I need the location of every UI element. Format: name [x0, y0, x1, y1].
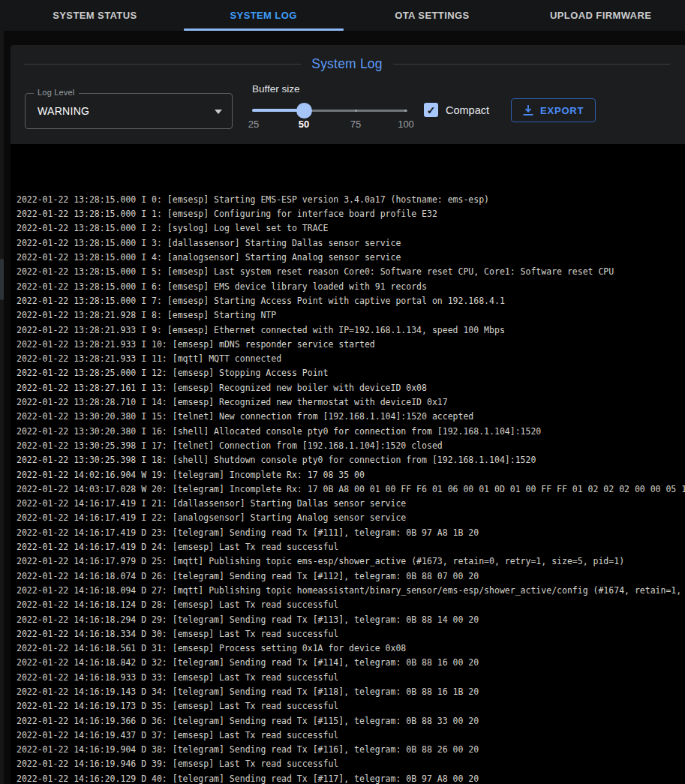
tab-system-status[interactable]: SYSTEM STATUS [11, 0, 179, 31]
log-line: 2022-01-22 13:28:15.000 I 5: [emsesp] La… [17, 265, 685, 279]
log-line: 2022-01-22 14:16:19.366 D 36: [telegram]… [17, 714, 685, 728]
export-label: EXPORT [540, 105, 584, 116]
log-line: 2022-01-22 14:16:18.561 D 31: [emsesp] P… [17, 641, 685, 656]
left-scrollbar-thumb[interactable] [0, 259, 4, 300]
slider-mark-100 [404, 110, 407, 112]
system-log-panel: System Log Log Level WARNING Buffer size… [11, 45, 685, 784]
log-line: 2022-01-22 13:28:28.710 I 14: [emsesp] R… [17, 395, 685, 410]
log-line: 2022-01-22 13:28:27.161 I 13: [emsesp] R… [17, 381, 685, 395]
log-line: 2022-01-22 13:28:21.933 I 11: [mqtt] MQT… [17, 352, 685, 366]
compact-checkbox[interactable]: ✓ [424, 103, 438, 117]
tick-label-25: 25 [248, 119, 259, 130]
left-scrollbar-track[interactable] [0, 31, 4, 784]
tick-label-75: 75 [350, 119, 361, 130]
log-line: 2022-01-22 14:16:18.074 D 26: [telegram]… [17, 569, 685, 584]
chevron-down-icon [215, 110, 222, 114]
tick-label-100: 100 [398, 119, 414, 130]
tab-label: UPLOAD FIRMWARE [550, 10, 651, 21]
log-line: 2022-01-22 13:28:15.000 I 3: [dallassens… [17, 236, 685, 251]
log-level-value: WARNING [38, 105, 89, 117]
log-level-select[interactable]: Log Level WARNING [25, 93, 233, 129]
log-line: 2022-01-22 14:16:20.129 D 40: [telegram]… [17, 772, 685, 784]
log-line: 2022-01-22 14:16:18.842 D 32: [telegram]… [17, 656, 685, 670]
log-line: 2022-01-22 13:28:15.000 I 0: [emsesp] St… [17, 193, 685, 207]
page-title: System Log [311, 56, 382, 72]
log-line: 2022-01-22 14:16:18.094 D 27: [mqtt] Pub… [17, 584, 685, 598]
log-line: 2022-01-22 14:16:19.437 D 37: [emsesp] L… [17, 728, 685, 743]
tab-label: SYSTEM STATUS [53, 10, 137, 21]
log-line: 2022-01-22 13:28:15.000 I 6: [emsesp] EM… [17, 280, 685, 294]
log-line: 2022-01-22 13:30:25.398 I 17: [telnet] C… [17, 439, 685, 453]
log-line: 2022-01-22 13:28:15.000 I 1: [emsesp] Co… [17, 207, 685, 221]
log-line: 2022-01-22 14:16:17.419 I 22: [analogsen… [17, 511, 685, 525]
tab-upload-firmware[interactable]: UPLOAD FIRMWARE [516, 0, 685, 31]
compact-label: Compact [446, 104, 489, 116]
active-tab-indicator [184, 29, 344, 31]
log-line: 2022-01-22 14:16:17.419 D 24: [emsesp] L… [17, 540, 685, 554]
log-line: 2022-01-22 13:30:20.380 I 15: [telnet] N… [17, 410, 685, 424]
log-line: 2022-01-22 14:16:19.946 D 39: [emsesp] L… [17, 757, 685, 771]
log-line: 2022-01-22 14:16:19.143 D 34: [telegram]… [17, 685, 685, 699]
divider-line [24, 64, 301, 65]
compact-checkbox-row[interactable]: ✓ Compact [424, 103, 489, 117]
log-line: 2022-01-22 14:16:19.173 D 35: [emsesp] L… [17, 699, 685, 713]
log-line: 2022-01-22 13:28:21.933 I 10: [emsesp] m… [17, 338, 685, 352]
slider-tick-labels: 25 50 75 100 [252, 119, 410, 131]
checkmark-icon: ✓ [427, 105, 436, 116]
log-line: 2022-01-22 13:28:25.000 I 12: [emsesp] S… [17, 366, 685, 380]
log-line: 2022-01-22 14:16:18.294 D 29: [telegram]… [17, 613, 685, 627]
download-icon [523, 105, 533, 116]
slider-mark-75 [355, 110, 357, 112]
log-line: 2022-01-22 13:28:15.000 I 4: [analogsens… [17, 251, 685, 265]
log-line: 2022-01-22 13:28:15.000 I 2: [syslog] Lo… [17, 221, 685, 236]
log-console[interactable]: 2022-01-22 13:28:15.000 I 0: [emsesp] St… [11, 144, 685, 784]
divider-line [393, 64, 670, 65]
buffer-size-label: Buffer size [252, 83, 300, 95]
tab-bar: SYSTEM STATUS SYSTEM LOG OTA SETTINGS UP… [0, 0, 685, 31]
log-line: 2022-01-22 14:16:18.933 D 33: [emsesp] L… [17, 671, 685, 685]
log-line: 2022-01-22 14:16:17.419 D 23: [telegram]… [17, 526, 685, 540]
export-button[interactable]: EXPORT [511, 98, 596, 122]
tab-ota-settings[interactable]: OTA SETTINGS [348, 0, 517, 31]
log-line: 2022-01-22 14:03:17.028 W 20: [telegram]… [17, 482, 685, 497]
panel-header: System Log [11, 45, 685, 72]
log-line: 2022-01-22 14:02:16.904 W 19: [telegram]… [17, 468, 685, 482]
log-line: 2022-01-22 13:28:21.928 I 8: [emsesp] St… [17, 308, 685, 323]
log-line: 2022-01-22 14:16:19.904 D 38: [telegram]… [17, 743, 685, 757]
log-line: 2022-01-22 13:30:20.380 I 16: [shell] Al… [17, 425, 685, 439]
tick-label-50: 50 [299, 119, 309, 130]
log-line: 2022-01-22 13:28:21.933 I 9: [emsesp] Et… [17, 323, 685, 338]
log-line: 2022-01-22 14:16:18.124 D 28: [emsesp] L… [17, 598, 685, 612]
log-line: 2022-01-22 14:16:17.419 I 21: [dallassen… [17, 497, 685, 511]
tab-system-log[interactable]: SYSTEM LOG [179, 0, 348, 31]
buffer-size-slider[interactable] [252, 103, 407, 118]
log-line: 2022-01-22 14:16:17.979 D 25: [mqtt] Pub… [17, 554, 685, 569]
log-line: 2022-01-22 14:16:18.334 D 30: [emsesp] L… [17, 627, 685, 641]
log-line: 2022-01-22 13:30:25.398 I 18: [shell] Sh… [17, 453, 685, 467]
slider-thumb[interactable] [296, 103, 312, 119]
log-line: 2022-01-22 13:28:15.000 I 7: [emsesp] St… [17, 294, 685, 308]
tab-label: SYSTEM LOG [230, 10, 297, 21]
tab-label: OTA SETTINGS [395, 10, 469, 21]
log-level-label: Log Level [34, 88, 79, 97]
